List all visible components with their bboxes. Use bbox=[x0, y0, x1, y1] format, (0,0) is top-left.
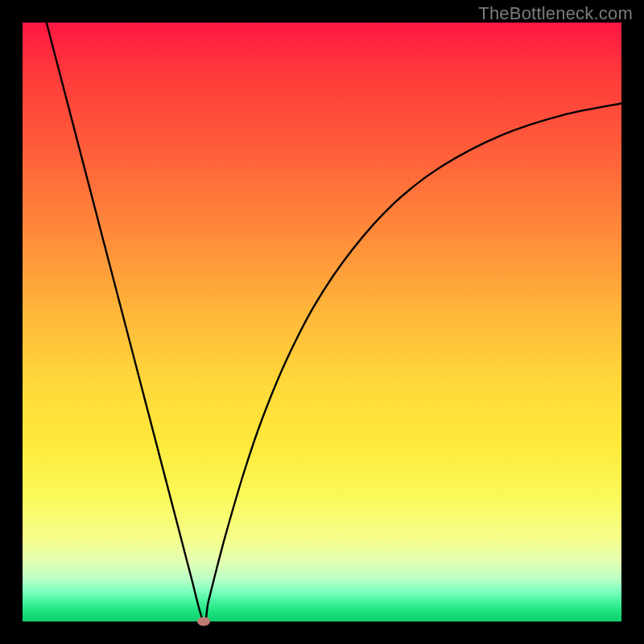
bottleneck-curve bbox=[23, 23, 621, 621]
minimum-marker bbox=[197, 617, 210, 626]
attribution-text: TheBottleneck.com bbox=[478, 3, 633, 24]
outer-frame: TheBottleneck.com bbox=[0, 0, 644, 644]
plot-area bbox=[23, 23, 621, 621]
